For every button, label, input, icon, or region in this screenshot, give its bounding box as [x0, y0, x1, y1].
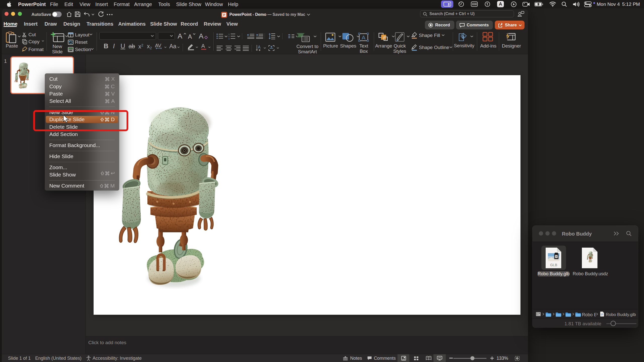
- svg-text:1: 1: [228, 33, 230, 35]
- svg-text:P: P: [223, 13, 225, 17]
- svg-text:A: A: [362, 34, 366, 41]
- svg-text:3: 3: [228, 38, 230, 39]
- svg-text:A: A: [258, 45, 261, 49]
- svg-text:2: 2: [228, 35, 230, 38]
- svg-text:A: A: [201, 43, 205, 49]
- svg-text:GLB: GLB: [550, 263, 557, 267]
- svg-text:AV: AV: [155, 43, 162, 48]
